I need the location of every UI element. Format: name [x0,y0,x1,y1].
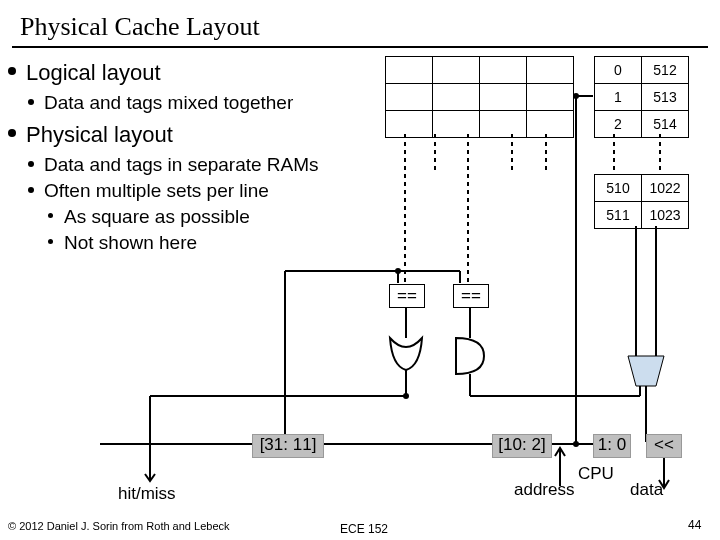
svg-point-23 [403,393,409,399]
label-hitmiss: hit/miss [118,484,176,504]
bitfield-index: [10: 2] [492,434,552,458]
label-cpu: CPU [578,464,614,484]
label-data: data [630,480,663,500]
page-number: 44 [688,518,701,532]
bitfield-offset: 1: 0 [593,434,631,458]
title-rule [12,46,708,48]
course-code: ECE 152 [340,522,388,536]
mux-shift: << [646,434,682,458]
svg-marker-26 [628,356,664,386]
label-address: address [514,480,574,500]
page-title: Physical Cache Layout [0,0,720,46]
bitfield-tag: [31: 11] [252,434,324,458]
copyright: © 2012 Daniel J. Sorin from Roth and Leb… [8,520,230,532]
svg-point-35 [573,441,579,447]
svg-point-16 [395,268,401,274]
